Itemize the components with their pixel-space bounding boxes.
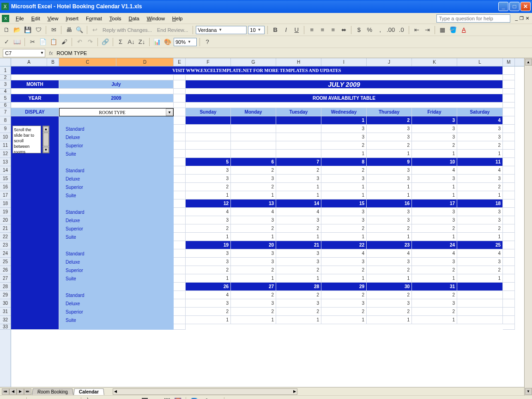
print-icon[interactable]: 🖶: [64, 25, 73, 35]
align-right-icon[interactable]: ≡: [328, 25, 338, 35]
dropdown-arrow-icon[interactable]: ▼: [166, 109, 173, 116]
wordart-icon[interactable]: 🅰: [140, 397, 149, 399]
redo-icon[interactable]: ↷: [85, 37, 95, 47]
col-header-J[interactable]: J: [367, 58, 412, 66]
scroll-down-icon[interactable]: ▼: [525, 388, 532, 395]
sheet-tab-room-booking[interactable]: Room Booking: [32, 388, 73, 395]
font-color-icon[interactable]: A: [459, 25, 468, 35]
row-header-4[interactable]: 4: [0, 89, 11, 94]
comma-icon[interactable]: ,: [375, 25, 385, 35]
sheet-tab-calendar[interactable]: Calendar: [73, 388, 104, 395]
tab-nav-prev[interactable]: ◀: [9, 388, 17, 395]
tab-nav-next[interactable]: ▶: [17, 388, 24, 395]
underline-icon[interactable]: U: [292, 25, 301, 35]
open-icon[interactable]: 📂: [12, 25, 22, 35]
bold-icon[interactable]: B: [271, 25, 280, 35]
row-header-31[interactable]: 31: [0, 308, 11, 316]
save-icon[interactable]: 💾: [23, 25, 32, 35]
select-arrow-icon[interactable]: ↖: [30, 397, 39, 399]
permissions-icon[interactable]: 🛡: [34, 25, 43, 35]
dec-decimal-icon[interactable]: .0: [397, 25, 406, 35]
research-icon[interactable]: 📖: [12, 37, 22, 47]
row-header-11[interactable]: 11: [0, 141, 11, 150]
line-icon[interactable]: ╲: [85, 397, 94, 399]
minimize-button[interactable]: _: [498, 2, 508, 11]
menu-help[interactable]: Help: [169, 14, 187, 23]
year-value[interactable]: 2009: [59, 94, 174, 103]
shadow-icon[interactable]: ▨: [261, 397, 270, 399]
row-header-19[interactable]: 19: [0, 208, 11, 216]
clipart-icon[interactable]: 🖼: [162, 397, 171, 399]
font-size-selector[interactable]: 10▼: [248, 26, 265, 34]
scroll-up-icon[interactable]: ▲: [525, 59, 532, 66]
arrow-style-icon[interactable]: ⇄: [250, 397, 259, 399]
undo-icon[interactable]: ↶: [75, 37, 84, 47]
help-input[interactable]: [436, 14, 510, 23]
row-header-32[interactable]: 32: [0, 316, 11, 324]
col-header-K[interactable]: K: [412, 58, 457, 66]
row-header-22[interactable]: 22: [0, 233, 11, 241]
rectangle-icon[interactable]: ▭: [107, 397, 116, 399]
row-header-20[interactable]: 20: [0, 216, 11, 224]
col-header-G[interactable]: G: [231, 58, 276, 66]
horizontal-scrollbar[interactable]: ◀ ▶: [113, 388, 297, 395]
row-header-26[interactable]: 26: [0, 266, 11, 274]
arrow-icon[interactable]: ↘: [96, 397, 105, 399]
col-header-I[interactable]: I: [321, 58, 367, 66]
percent-icon[interactable]: %: [365, 25, 374, 35]
col-header-C[interactable]: C: [59, 58, 116, 66]
scroll-down-btn-icon[interactable]: ▼: [43, 147, 49, 153]
chart-icon[interactable]: 📊: [152, 37, 162, 47]
cut-icon[interactable]: ✂: [28, 37, 37, 47]
row-header-17[interactable]: 17: [0, 191, 11, 200]
mail-icon[interactable]: ✉: [49, 25, 58, 35]
col-header-H[interactable]: H: [276, 58, 321, 66]
line-color-icon[interactable]: 🖊: [200, 397, 210, 399]
zoom-selector[interactable]: 90%▼: [174, 38, 197, 46]
sort-desc-icon[interactable]: Z↓: [137, 37, 146, 47]
row-header-16[interactable]: 16: [0, 183, 11, 191]
menu-data[interactable]: Data: [125, 14, 143, 23]
textbox-icon[interactable]: ▤: [129, 397, 138, 399]
font-color-draw-icon[interactable]: A: [212, 397, 221, 399]
help-icon[interactable]: ?: [203, 37, 212, 47]
sort-asc-icon[interactable]: A↓: [127, 37, 136, 47]
scroll-thumb[interactable]: [43, 133, 49, 146]
currency-icon[interactable]: $: [354, 25, 363, 35]
format-painter-icon[interactable]: 🖌: [60, 37, 69, 47]
row-header-27[interactable]: 27: [0, 274, 11, 283]
month-value[interactable]: July: [59, 80, 174, 89]
spelling-icon[interactable]: ✓: [2, 37, 11, 47]
room-scrollbar[interactable]: ▲ ▼: [42, 126, 49, 153]
row-header-9[interactable]: 9: [0, 125, 11, 133]
3d-icon[interactable]: ◪: [272, 397, 281, 399]
oval-icon[interactable]: ○: [118, 397, 127, 399]
scroll-up-btn-icon[interactable]: ▲: [43, 126, 49, 132]
col-header-L[interactable]: L: [457, 58, 503, 66]
menu-edit[interactable]: Edit: [28, 14, 44, 23]
row-header-10[interactable]: 10: [0, 133, 11, 141]
row-header-6[interactable]: 6: [0, 103, 11, 108]
diagram-icon[interactable]: ◈: [151, 397, 160, 399]
dash-style-icon[interactable]: ⋯: [239, 397, 248, 399]
line-style-icon[interactable]: ≡: [228, 397, 237, 399]
row-header-12[interactable]: 12: [0, 150, 11, 158]
name-box[interactable]: C7▼: [3, 49, 45, 57]
row-header-13[interactable]: 13: [0, 158, 11, 166]
row-header-23[interactable]: 23: [0, 241, 11, 249]
dec-indent-icon[interactable]: ⇤: [412, 25, 421, 35]
menu-insert[interactable]: Insert: [62, 14, 82, 23]
drawing-icon[interactable]: 🎨: [163, 37, 172, 47]
row-header-1[interactable]: 1: [0, 66, 11, 75]
align-left-icon[interactable]: ≡: [307, 25, 316, 35]
row-header-8[interactable]: 8: [0, 116, 11, 125]
row-header-29[interactable]: 29: [0, 291, 11, 299]
row-header-15[interactable]: 15: [0, 175, 11, 183]
fx-icon[interactable]: fx: [45, 50, 57, 56]
tab-nav-first[interactable]: ⏮: [2, 388, 9, 395]
formula-value[interactable]: ROOM TYPE: [57, 50, 532, 56]
cells-area[interactable]: VISIT WWW.EXCELTEMPLATE.NET FOR MORE TEM…: [11, 66, 524, 387]
font-selector[interactable]: Verdana▼: [196, 26, 247, 34]
tab-nav-last[interactable]: ⏭: [24, 388, 31, 395]
row-header-25[interactable]: 25: [0, 258, 11, 266]
